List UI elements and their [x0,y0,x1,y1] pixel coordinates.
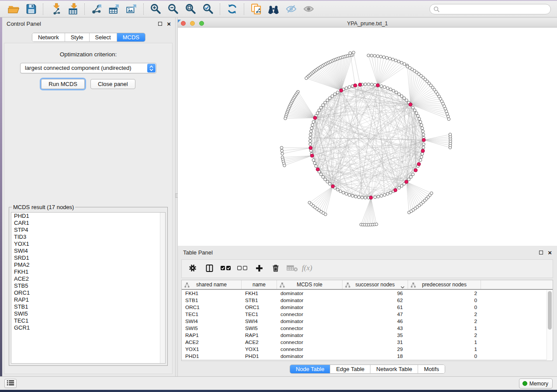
result-list-item[interactable]: YOX1 [11,241,165,248]
result-list-item[interactable]: ACE2 [11,275,165,282]
close-panel-button[interactable]: Close panel [90,79,135,89]
table-tab-node-table[interactable]: Node Table [290,365,330,373]
select-all-button[interactable] [218,261,233,276]
table-row[interactable]: PHD1PHD1dominator180 [182,353,553,360]
close-window-icon[interactable] [181,21,186,26]
result-list-item[interactable]: RAP1 [11,296,165,303]
table-row[interactable]: RAP1RAP1dominator352 [182,332,553,339]
table-tab-motifs[interactable]: Motifs [418,365,445,373]
column-header-MCDS-role[interactable]: MCDS role [277,280,343,289]
table-cell: connector [277,346,343,353]
result-list-item[interactable]: FKH1 [11,268,165,275]
result-list-item[interactable]: PHD1 [11,213,165,220]
maximize-window-icon[interactable] [199,21,204,26]
export-network-button[interactable] [89,3,104,16]
refresh-button[interactable] [225,3,239,16]
table-cell: dominator [277,297,343,304]
minimize-window-icon[interactable] [190,21,195,26]
zoom-out-button[interactable] [166,3,180,16]
gear-button[interactable] [185,261,200,276]
result-list-item[interactable]: GCR1 [11,324,165,331]
table-scrollbar-thumb[interactable] [548,291,552,330]
table-row[interactable]: FKH1FKH1dominator962 [182,290,553,297]
mcds-result-list[interactable]: PHD1CAR1STP4TID3YOX1SWI4SRD1PMA2FKH1ACE2… [11,212,166,364]
result-list-item[interactable]: CAR1 [11,220,165,227]
run-mcds-button[interactable]: Run MCDS [41,79,85,89]
column-header-predecessor-nodes[interactable]: predecessor nodes [408,280,481,289]
result-list-item[interactable]: PMA2 [11,261,165,268]
search-input[interactable] [429,4,551,14]
table-row[interactable]: ORC1ORC1dominator610 [182,304,553,311]
network-titlebar[interactable]: YPA_prune.txt_1 [178,20,557,28]
zoom-in-button[interactable] [148,3,163,16]
import-network-button[interactable] [48,3,62,16]
table-cell: 0 [408,353,481,360]
float-window-icon[interactable] [158,22,162,26]
show-all-button[interactable] [301,3,316,16]
export-table-button[interactable] [107,3,121,16]
table-cell: 2 [408,318,481,325]
deselect-all-button[interactable] [235,261,250,276]
table-scrollbar[interactable] [547,290,552,360]
control-panel-header: Control Panel × [2,17,175,29]
table-row[interactable]: SWI5SWI5connector431 [182,325,553,332]
result-list-item[interactable]: SWI4 [11,248,165,254]
column-header-successor-nodes[interactable]: successor nodes [343,280,408,289]
result-list-item[interactable]: TEC1 [11,317,165,324]
column-type-icon [411,282,416,289]
hide-selected-button[interactable] [284,3,298,16]
network-graph[interactable] [178,28,557,246]
close-panel-icon[interactable]: × [167,22,171,26]
zoom-selected-button[interactable] [201,3,215,16]
table-row[interactable]: SWI4SWI4dominator462 [182,318,553,325]
network-canvas[interactable] [178,28,557,246]
tab-mcds[interactable]: MCDS [117,33,145,41]
column-header-shared-name[interactable]: shared name [182,280,242,289]
table-close-panel-icon[interactable]: × [548,251,552,254]
tab-network[interactable]: Network [32,33,65,41]
table-float-window-icon[interactable] [539,251,543,254]
folder-open-button[interactable] [6,3,21,16]
memory-button[interactable]: Memory [519,378,553,389]
first-neighbors-button[interactable] [266,3,281,16]
tab-select[interactable]: Select [89,33,117,41]
column-header-name[interactable]: name [242,280,277,289]
result-list-item[interactable]: ORC1 [11,289,165,296]
delete-table-button [285,261,300,276]
status-bar: Memory [0,376,557,390]
table-cell: dominator [277,318,343,325]
table-tab-network-table[interactable]: Network Table [370,365,418,373]
result-list-item[interactable]: STB5 [11,282,165,289]
table-tab-edge-table[interactable]: Edge Table [330,365,370,373]
satellite-nodes[interactable] [280,51,452,226]
task-history-button[interactable] [4,379,17,388]
columns-button[interactable] [202,261,217,276]
export-image-button[interactable] [124,3,139,16]
column-label: successor nodes [355,282,394,288]
zoom-fit-button[interactable] [183,3,198,16]
table-body: FKH1FKH1dominator962STB1STB1dominator620… [182,290,553,360]
folder-open-icon [8,4,20,14]
show-all-icon [303,3,315,15]
import-table-button[interactable] [65,3,80,16]
optimization-criterion-select[interactable]: largest connected component (undirected) [20,63,156,73]
result-list-item[interactable]: SRD1 [11,254,165,261]
result-list-item[interactable]: TID3 [11,234,165,241]
tab-style[interactable]: Style [65,33,89,41]
delete-button[interactable] [268,261,283,276]
result-list-scrollbar[interactable] [160,213,165,363]
table-row[interactable]: YOX1YOX1connector291 [182,346,553,353]
add-button[interactable] [252,261,266,276]
result-list-item[interactable]: STP4 [11,227,165,234]
result-list-item[interactable]: SWI5 [11,310,165,317]
toolbar-button-groups [3,3,319,16]
first-neighbors-icon [267,4,280,14]
save-button[interactable] [24,3,38,16]
table-row[interactable]: STB1STB1dominator620 [182,297,553,304]
table-row[interactable]: TEC1TEC1connector472 [182,311,553,318]
result-list-item[interactable]: STB1 [11,303,165,310]
copy-style-button[interactable] [249,3,263,16]
table-cell: 2 [408,290,481,297]
table-row[interactable]: ACE2ACE2connector311 [182,339,553,346]
table-cell: ORC1 [182,304,242,311]
